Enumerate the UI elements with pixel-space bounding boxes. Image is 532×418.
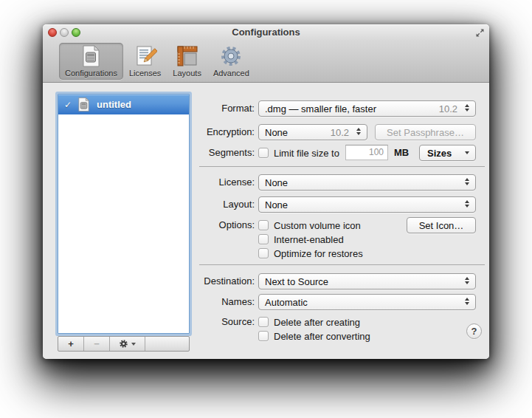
limit-file-size-checkbox[interactable] (258, 148, 269, 158)
custom-volume-icon-label: Custom volume icon (274, 220, 361, 231)
title-bar: Configurations (43, 24, 489, 41)
encryption-label: Encryption: (153, 124, 255, 140)
content-area: ✓ untitled + − (43, 83, 489, 359)
footer-filler (145, 337, 189, 351)
toolbar: Configurations Licenses (43, 41, 489, 83)
encryption-value: None (265, 127, 288, 138)
list-footer-buttons: + − (58, 336, 190, 352)
configurations-window: Configurations Configurations (43, 24, 489, 359)
group-separator (199, 166, 485, 167)
segments-label: Segments: (153, 145, 255, 161)
toolbar-label-configurations: Configurations (65, 69, 117, 78)
names-value: Automatic (265, 297, 308, 308)
options-label: Options: (153, 217, 255, 233)
encryption-os-annotation: 10.2 (331, 127, 349, 138)
popup-arrows-icon (465, 298, 469, 305)
chevron-down-icon (131, 343, 136, 346)
format-os-annotation: 10.2 (439, 103, 457, 114)
toolbar-item-layouts[interactable]: Layouts (167, 43, 207, 80)
custom-volume-icon-checkbox[interactable] (258, 220, 269, 230)
destination-value: Next to Source (265, 276, 328, 287)
popup-arrows-icon (465, 200, 469, 208)
destination-popup[interactable]: Next to Source (258, 273, 476, 289)
delete-after-converting-checkbox-row[interactable]: Delete after converting (258, 329, 370, 343)
popup-arrows-icon (465, 104, 469, 112)
disk-image-document-icon (79, 44, 103, 68)
destination-label: Destination: (153, 273, 255, 289)
group-separator (199, 264, 485, 265)
toolbar-label-licenses: Licenses (129, 69, 161, 78)
toolbar-item-advanced[interactable]: Advanced (207, 43, 255, 80)
checkmark-icon: ✓ (64, 100, 75, 110)
popup-arrows-icon (356, 128, 361, 135)
help-button[interactable]: ? (466, 323, 482, 339)
license-value: None (265, 177, 288, 188)
disk-image-file-icon (76, 97, 91, 112)
layout-popup[interactable]: None (258, 196, 476, 213)
delete-after-creating-checkbox-row[interactable]: Delete after creating (258, 315, 360, 329)
names-label: Names: (153, 294, 255, 310)
internet-enabled-checkbox-row[interactable]: Internet-enabled (258, 233, 344, 246)
custom-volume-icon-checkbox-row[interactable]: Custom volume icon (258, 219, 361, 232)
optimize-restores-checkbox-row[interactable]: Optimize for restores (258, 247, 363, 260)
limit-file-size-label: Limit file size to (274, 148, 339, 159)
sizes-label: Sizes (427, 148, 452, 159)
set-passphrase-button[interactable]: Set Passphrase… (375, 124, 476, 140)
encryption-popup[interactable]: None 10.2 (258, 124, 367, 140)
license-popup[interactable]: None (258, 174, 476, 191)
layout-value: None (265, 199, 288, 210)
popup-arrows-icon (465, 277, 469, 284)
license-label: License: (153, 174, 255, 191)
internet-enabled-checkbox[interactable] (258, 234, 269, 244)
format-value: .dmg — smaller file, faster (265, 103, 376, 114)
add-configuration-button[interactable]: + (58, 337, 84, 351)
toolbar-label-advanced: Advanced (213, 69, 249, 78)
popup-arrows-icon (465, 178, 469, 185)
limit-file-size-checkbox-row[interactable]: Limit file size to (258, 146, 339, 160)
ruler-layout-icon (176, 44, 199, 68)
optimize-restores-label: Optimize for restores (274, 248, 363, 259)
action-menu-button[interactable] (110, 337, 145, 351)
toolbar-item-licenses[interactable]: Licenses (123, 43, 167, 80)
delete-after-creating-checkbox[interactable] (258, 317, 269, 327)
delete-after-converting-checkbox[interactable] (258, 331, 269, 341)
format-popup[interactable]: .dmg — smaller file, faster 10.2 (258, 100, 476, 117)
window-title: Configurations (43, 24, 489, 41)
layout-label: Layout: (153, 196, 255, 213)
gear-small-icon (119, 339, 128, 349)
fullscreen-icon[interactable] (475, 28, 485, 38)
gear-icon (219, 44, 243, 68)
license-document-pencil-icon (134, 44, 157, 68)
toolbar-item-configurations[interactable]: Configurations (59, 43, 123, 80)
format-label: Format: (153, 100, 255, 117)
sizes-pulldown-button[interactable]: Sizes (419, 145, 476, 161)
file-size-field[interactable]: 100 (345, 145, 388, 160)
set-icon-button[interactable]: Set Icon… (407, 217, 476, 233)
names-popup[interactable]: Automatic (258, 294, 476, 310)
chevron-down-icon (465, 151, 469, 154)
delete-after-converting-label: Delete after converting (274, 331, 370, 342)
toolbar-label-layouts: Layouts (173, 69, 201, 78)
list-item-label: untitled (97, 99, 131, 110)
delete-after-creating-label: Delete after creating (274, 317, 360, 328)
internet-enabled-label: Internet-enabled (274, 234, 344, 245)
remove-configuration-button[interactable]: − (84, 337, 110, 351)
mb-unit-label: MB (394, 145, 409, 161)
source-label: Source: (153, 314, 255, 330)
optimize-restores-checkbox[interactable] (258, 248, 269, 258)
